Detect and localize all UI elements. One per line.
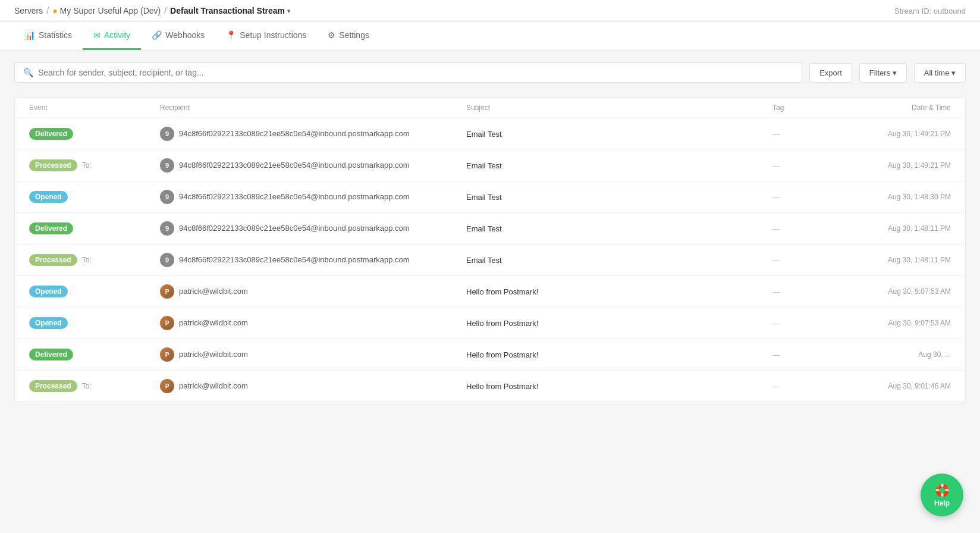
tab-webhooks[interactable]: 🔗 Webhooks [141,22,215,50]
event-badge: Opened [29,286,68,297]
avatar: 9 [160,190,174,204]
tab-settings-label: Settings [339,30,369,40]
date-cell: Aug 30, 9:07:53 AM [844,319,951,327]
event-badge: Delivered [29,349,73,360]
col-event: Event [29,104,160,112]
table-row[interactable]: Opened 9 94c8f66f02922133c089c21ee58c0e5… [15,181,965,213]
event-badge: Opened [29,191,68,203]
date-cell: Aug 30, 9:07:53 AM [844,287,951,296]
avatar: 9 [160,221,174,236]
tab-activity[interactable]: ✉ Activity [83,22,141,50]
tag-cell: — [772,130,844,139]
table-row[interactable]: Delivered 9 94c8f66f02922133c089c21ee58c… [15,118,965,150]
main-content: 🔍 Export Filters ▾ All time ▾ Event Reci… [0,51,980,414]
subject-cell: Email Test [466,161,772,170]
event-cell: Delivered [29,222,160,234]
event-badge: Delivered [29,222,73,234]
date-cell: Aug 30, 1:49:21 PM [844,161,951,170]
col-date: Date & Time [844,104,951,112]
avatar: 9 [160,158,174,173]
to-label: To: [82,256,92,264]
recipient-cell: 9 94c8f66f02922133c089c21ee58c0e54@inbou… [160,158,466,173]
date-cell: Aug 30, ... [844,350,951,359]
activity-icon: ✉ [93,30,100,40]
table-header: Event Recipient Subject Tag Date & Time [15,98,965,118]
table-row[interactable]: Processed To: P patrick@wildbit.com Hell… [15,371,965,402]
col-subject: Subject [466,104,772,112]
col-tag: Tag [772,104,844,112]
setup-icon: 📍 [226,30,236,40]
avatar: P [160,379,174,393]
to-label: To: [82,382,92,390]
tab-setup-instructions[interactable]: 📍 Setup Instructions [215,22,317,50]
recipient-email: 94c8f66f02922133c089c21ee58c0e54@inbound… [179,192,410,202]
recipient-cell: 9 94c8f66f02922133c089c21ee58c0e54@inbou… [160,190,466,204]
event-cell: Opened [29,286,160,297]
recipient-cell: P patrick@wildbit.com [160,316,466,330]
subject-cell: Hello from Postmark! [466,287,772,296]
search-input[interactable] [38,68,793,77]
activity-table: Event Recipient Subject Tag Date & Time … [14,97,966,402]
recipient-cell: P patrick@wildbit.com [160,284,466,299]
filters-button[interactable]: Filters ▾ [859,63,907,83]
search-input-wrap[interactable]: 🔍 [14,62,802,83]
recipient-email: patrick@wildbit.com [179,286,248,297]
table-row[interactable]: Opened P patrick@wildbit.com Hello from … [15,308,965,339]
time-filter-button[interactable]: All time ▾ [914,63,966,83]
tab-activity-label: Activity [104,30,130,40]
breadcrumb-servers[interactable]: Servers [14,6,43,15]
table-body: Delivered 9 94c8f66f02922133c089c21ee58c… [15,118,965,402]
recipient-email: 94c8f66f02922133c089c21ee58c0e54@inbound… [179,128,410,139]
event-cell: Opened [29,317,160,329]
avatar: P [160,284,174,299]
col-recipient: Recipient [160,104,466,112]
table-row[interactable]: Processed To: 9 94c8f66f02922133c089c21e… [15,150,965,181]
tag-cell: — [772,350,844,359]
date-cell: Aug 30, 1:48:11 PM [844,256,951,264]
recipient-cell: P patrick@wildbit.com [160,347,466,362]
table-row[interactable]: Processed To: 9 94c8f66f02922133c089c21e… [15,244,965,276]
subject-cell: Email Test [466,256,772,265]
event-badge: Processed [29,159,77,171]
tag-cell: — [772,256,844,265]
to-label: To: [82,161,92,170]
recipient-email: patrick@wildbit.com [179,318,248,328]
avatar: P [160,347,174,362]
event-cell: Processed To: [29,159,160,171]
search-icon: 🔍 [23,68,33,77]
event-badge: Processed [29,380,77,392]
subject-cell: Email Test [466,193,772,202]
subject-cell: Email Test [466,130,772,139]
settings-icon: ⚙ [328,30,335,40]
tag-cell: — [772,224,844,233]
recipient-email: 94c8f66f02922133c089c21ee58c0e54@inbound… [179,255,410,265]
app-dot: ● [52,6,57,15]
recipient-cell: P patrick@wildbit.com [160,379,466,393]
recipient-email: 94c8f66f02922133c089c21ee58c0e54@inbound… [179,160,410,171]
export-button[interactable]: Export [809,63,852,83]
breadcrumb-app[interactable]: ●My Super Useful App (Dev) [52,6,161,15]
date-cell: Aug 30, 9:01:46 AM [844,382,951,390]
recipient-email: patrick@wildbit.com [179,349,248,360]
subject-cell: Hello from Postmark! [466,382,772,391]
table-row[interactable]: Opened P patrick@wildbit.com Hello from … [15,276,965,308]
subject-cell: Hello from Postmark! [466,319,772,328]
breadcrumb: Servers / ●My Super Useful App (Dev) / D… [0,0,980,22]
event-badge: Delivered [29,128,73,140]
recipient-cell: 9 94c8f66f02922133c089c21ee58c0e54@inbou… [160,127,466,141]
tab-statistics[interactable]: 📊 Statistics [14,22,83,50]
stream-id: Stream ID: outbound [894,7,966,15]
recipient-email: 94c8f66f02922133c089c21ee58c0e54@inbound… [179,223,410,234]
recipient-cell: 9 94c8f66f02922133c089c21ee58c0e54@inbou… [160,221,466,236]
tag-cell: — [772,161,844,170]
table-row[interactable]: Delivered P patrick@wildbit.com Hello fr… [15,339,965,371]
tab-webhooks-label: Webhooks [165,30,205,40]
subject-cell: Email Test [466,224,772,233]
recipient-email: patrick@wildbit.com [179,381,248,391]
tab-settings[interactable]: ⚙ Settings [317,22,380,50]
date-cell: Aug 30, 1:49:21 PM [844,130,951,138]
avatar: 9 [160,127,174,141]
breadcrumb-stream[interactable]: Default Transactional Stream ▾ [170,6,290,15]
tag-cell: — [772,193,844,202]
table-row[interactable]: Delivered 9 94c8f66f02922133c089c21ee58c… [15,213,965,244]
